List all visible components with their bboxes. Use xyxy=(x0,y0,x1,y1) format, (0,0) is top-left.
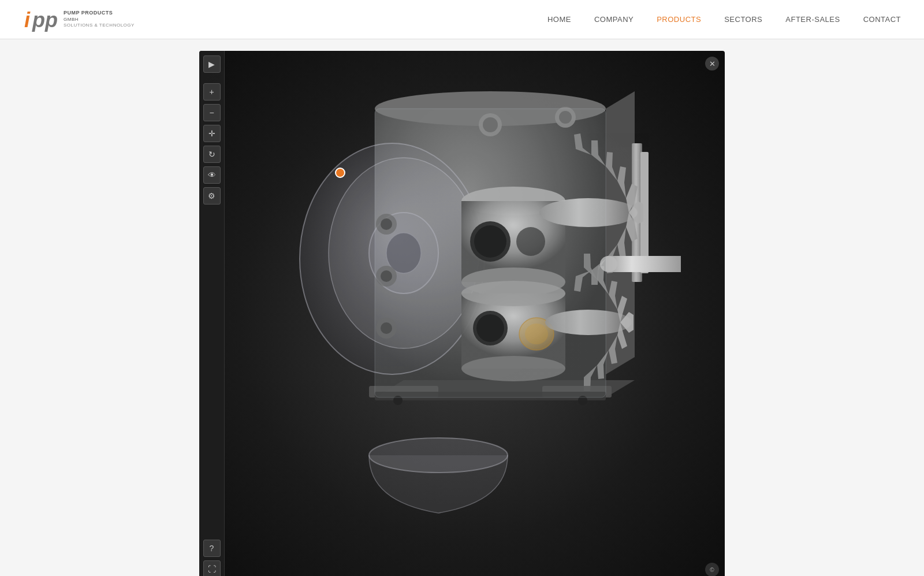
3d-viewer[interactable]: ▶ + − ✛ ↻ 👁 ⚙ ? ⛶ ✕ © xyxy=(199,51,725,576)
hotspot-marker[interactable] xyxy=(335,168,345,178)
logo-company-name: PUMP PRODUCTS xyxy=(64,10,135,17)
settings-button[interactable]: ⚙ xyxy=(203,187,221,205)
svg-rect-46 xyxy=(375,109,606,397)
main-nav: HOME COMPANY PRODUCTS SECTORS AFTER-SALE… xyxy=(547,15,901,24)
svg-text:i: i xyxy=(24,8,31,32)
pump-model-svg xyxy=(225,51,681,536)
model-area[interactable] xyxy=(225,51,725,576)
viewer-toolbar: ▶ + − ✛ ↻ 👁 ⚙ ? ⛶ xyxy=(199,51,225,576)
logo-text: PUMP PRODUCTS GMBH SOLUTIONS & TECHNOLOG… xyxy=(64,10,135,28)
logo-gmbh: GMBH xyxy=(64,17,135,23)
help-button[interactable]: ? xyxy=(203,540,221,557)
nav-company[interactable]: COMPANY xyxy=(594,15,634,24)
nav-home[interactable]: HOME xyxy=(547,15,571,24)
zoom-out-button[interactable]: − xyxy=(203,104,221,121)
header: i pp PUMP PRODUCTS GMBH SOLUTIONS & TECH… xyxy=(0,0,924,39)
nav-sectors[interactable]: SECTORS xyxy=(724,15,762,24)
nav-products[interactable]: PRODUCTS xyxy=(657,15,701,24)
svg-text:pp: pp xyxy=(32,8,58,32)
zoom-in-button[interactable]: + xyxy=(203,83,221,101)
close-button[interactable]: ✕ xyxy=(705,57,719,70)
pan-button[interactable]: ✛ xyxy=(203,125,221,142)
bottom-right-icon: © xyxy=(705,563,719,576)
rotate-button[interactable]: ↻ xyxy=(203,146,221,163)
logo[interactable]: i pp PUMP PRODUCTS GMBH SOLUTIONS & TECH… xyxy=(23,5,135,34)
nav-after-sales[interactable]: AFTER-SALES xyxy=(785,15,840,24)
play-button[interactable]: ▶ xyxy=(203,55,221,73)
logo-tagline: SOLUTIONS & TECHNOLOGY xyxy=(64,23,135,28)
fullscreen-button[interactable]: ⛶ xyxy=(203,560,221,576)
nav-contact[interactable]: CONTACT xyxy=(863,15,901,24)
main-content: ▶ + − ✛ ↻ 👁 ⚙ ? ⛶ ✕ © xyxy=(0,39,924,576)
logo-icon: i pp xyxy=(23,5,58,34)
visibility-button[interactable]: 👁 xyxy=(203,166,221,184)
